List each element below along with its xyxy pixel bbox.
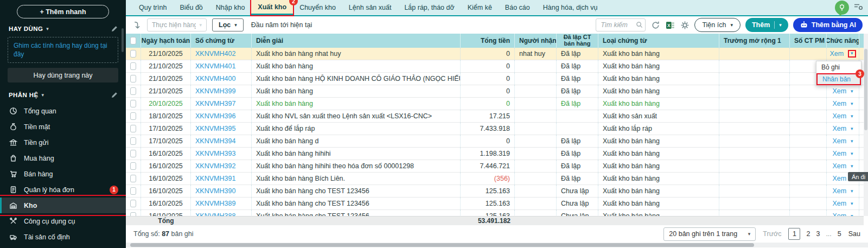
tab-bieu-o[interactable]: Biểu đồ <box>173 0 209 15</box>
document-number-link[interactable]: XKNVMH397 <box>191 98 252 110</box>
document-number-link[interactable]: XKNVMH388 <box>191 210 252 216</box>
table-row[interactable]: 16/10/2025XKNVMH389Xuất kho bán hàng cho… <box>126 198 864 210</box>
document-number-link[interactable]: XKNVMH390 <box>191 185 252 197</box>
document-number-link[interactable]: XKNVMH393 <box>191 148 252 160</box>
sidebar-item-tien-gui[interactable]: Tiền gửi <box>0 135 126 150</box>
view-action-link[interactable]: Xem <box>832 137 846 145</box>
view-action-link[interactable]: Xem <box>832 100 846 107</box>
view-action-link[interactable]: Xem <box>832 87 846 95</box>
sidebar-item-kho[interactable]: Kho <box>0 198 126 213</box>
document-number-link[interactable]: XKNVMH392 <box>191 160 252 172</box>
table-row[interactable]: 16/10/2025XKNVMH392Xuất kho bán hàng hih… <box>126 160 864 173</box>
view-action-link[interactable]: Xem <box>829 50 844 58</box>
table-row[interactable]: 16/10/2025XKNVMH393Xuất kho bán hàng hih… <box>126 148 864 160</box>
table-row[interactable]: 21/10/2025XKNVMH401Xuất kho bán hàng0Đã … <box>126 60 864 73</box>
add-button[interactable]: Thêm ▾ <box>745 18 788 32</box>
column-header-so-ct-pm-khac[interactable]: Số CT PM khác <box>790 34 827 48</box>
document-number-link[interactable]: XKNVMH402 <box>191 48 252 60</box>
chevron-down-icon[interactable]: ▾ <box>851 139 853 144</box>
tab-kiem-ke[interactable]: Kiểm kê <box>461 0 499 15</box>
tab-quy-trinh[interactable]: Quy trình <box>132 0 173 15</box>
vertical-scrollbar-thumb[interactable] <box>864 49 867 130</box>
tab-lenh-san-xuat[interactable]: Lệnh sản xuất <box>342 0 398 15</box>
table-row[interactable]: 21/10/2025XKNVMH400Xuất kho bán hàng HỘ … <box>126 73 864 85</box>
chevron-down-icon[interactable]: ▾ <box>851 201 853 206</box>
document-number-link[interactable]: XKNVMH400 <box>191 73 252 85</box>
page-button-3[interactable]: 3 <box>816 230 820 238</box>
refresh-icon[interactable] <box>650 20 660 30</box>
period-filter-label[interactable]: Đầu năm tới hiện tại <box>251 21 312 29</box>
table-row[interactable]: 20/10/2025XKNVMH397Xuất kho bán hàng0Đã … <box>126 98 864 110</box>
view-action-link[interactable]: Xem <box>832 162 846 170</box>
sidebar-item-quan-ly-hoa-on[interactable]: Quản lý hóa đơn1 <box>0 182 126 198</box>
horizontal-scrollbar[interactable] <box>126 243 868 247</box>
batch-jump-icon[interactable] <box>132 21 142 30</box>
chevron-down-icon[interactable]: ▾ <box>851 89 853 94</box>
document-number-link[interactable]: XKNVMH394 <box>191 135 252 147</box>
row-checkbox[interactable] <box>130 187 136 195</box>
batch-action-select[interactable]: Thực hiện hàng loạt ▾ <box>147 18 207 31</box>
list-settings-icon[interactable] <box>853 2 864 14</box>
chevron-down-icon[interactable]: ▾ <box>851 189 853 194</box>
sidebar-item-tai-san-co-inh[interactable]: Tài sản cố định <box>0 229 126 245</box>
column-header-truong-mo-rong-1[interactable]: Trường mở rộng 1 <box>719 34 790 48</box>
document-number-link[interactable]: XKNVMH391 <box>191 173 252 185</box>
page-button-2[interactable]: 2 <box>806 230 810 238</box>
table-row[interactable]: 17/10/2025XKNVMH395Xuất kho để lắp ráp7.… <box>126 123 864 135</box>
chevron-down-icon[interactable]: ▾ <box>851 151 853 156</box>
menu-item-nhan-ban[interactable]: Nhân bản <box>816 73 861 85</box>
chevron-down-icon[interactable]: ▾ <box>42 93 44 98</box>
chevron-down-icon[interactable]: ▾ <box>851 164 853 169</box>
pin-hint-box[interactable]: Ghim các tính năng hay dùng tại đây <box>8 37 118 63</box>
column-header-a-lap-ct-ban-hang[interactable]: Đã lập CT bán hàng <box>557 34 598 48</box>
page-button-5[interactable]: 5 <box>838 230 841 238</box>
row-checkbox[interactable] <box>130 175 136 182</box>
quick-add-button[interactable]: + Thêm nhanh <box>17 5 109 18</box>
view-action-link[interactable]: Xem <box>832 175 846 182</box>
utilities-button[interactable]: Tiện ích ▾ <box>694 18 741 32</box>
column-header-ngay-hach-toan[interactable]: Ngày hạch toán <box>141 34 191 48</box>
row-checkbox[interactable] <box>130 125 136 132</box>
select-all-checkbox[interactable] <box>130 37 136 44</box>
column-header-chuc-nang[interactable]: Chức năng <box>827 34 859 48</box>
column-header-dien-giai[interactable]: Diễn giải <box>252 34 461 48</box>
sidebar-item-cong-cu-dung-cu[interactable]: Công cụ dụng cụ <box>0 213 126 229</box>
tab-bao-cao[interactable]: Báo cáo <box>499 0 537 15</box>
sidebar-item-mua-hang[interactable]: Mua hàng <box>0 150 126 166</box>
row-checkbox[interactable] <box>130 100 136 107</box>
table-row[interactable]: 16/10/2025XKNVMH388Xuất kho bán hàng cho… <box>126 210 864 216</box>
sidebar-item-tien-mat[interactable]: Tiền mặt <box>0 119 126 135</box>
tab-chuyen-kho[interactable]: Chuyển kho <box>293 0 342 15</box>
row-checkbox[interactable] <box>130 112 136 120</box>
chevron-down-icon[interactable]: ▾ <box>851 126 853 131</box>
view-action-link[interactable]: Xem <box>832 187 846 195</box>
row-checkbox[interactable] <box>130 50 136 58</box>
filter-button[interactable]: Lọc ▾ <box>212 18 244 31</box>
view-action-link[interactable]: Xem <box>832 112 846 120</box>
gear-icon[interactable] <box>680 20 690 30</box>
tab-lap-rap-thao-do[interactable]: Lắp ráp, tháo dỡ <box>398 0 461 15</box>
chevron-down-icon[interactable]: ▾ <box>851 51 853 56</box>
document-number-link[interactable]: XKNVMH399 <box>191 85 252 97</box>
document-number-link[interactable]: XKNVMH401 <box>191 60 252 72</box>
tab-nhap-kho[interactable]: Nhập kho <box>209 0 252 15</box>
page-size-select[interactable]: 20 bản ghi trên 1 trang ▾ <box>663 227 756 241</box>
edit-pencil-icon[interactable] <box>111 91 118 99</box>
sidebar-item-tong-quan[interactable]: Tổng quan <box>0 103 126 119</box>
table-row[interactable]: 21/10/2025XKNVMH399Xuất kho bán hàng0Đã … <box>126 85 864 98</box>
chevron-down-icon[interactable]: ▾ <box>851 101 853 106</box>
add-with-ai-button[interactable]: Thêm bằng AI <box>793 18 863 32</box>
next-page-button[interactable]: Sau <box>848 230 860 238</box>
row-checkbox[interactable] <box>130 62 136 70</box>
row-checkbox[interactable] <box>130 75 136 82</box>
document-number-link[interactable]: XKNVMH389 <box>191 198 252 209</box>
row-checkbox[interactable] <box>130 150 136 157</box>
menu-item-bo-ghi[interactable]: Bỏ ghi <box>816 61 861 73</box>
column-header-tong-tien[interactable]: Tổng tiền <box>461 34 515 48</box>
row-checkbox[interactable] <box>130 162 136 170</box>
vertical-scrollbar[interactable] <box>864 34 868 216</box>
chevron-down-icon[interactable]: ▾ <box>779 23 782 28</box>
row-checkbox[interactable] <box>130 137 136 145</box>
column-header-so-chung-tu[interactable]: Số chứng từ <box>191 34 252 48</box>
prev-page-button[interactable]: Trước <box>763 230 781 238</box>
